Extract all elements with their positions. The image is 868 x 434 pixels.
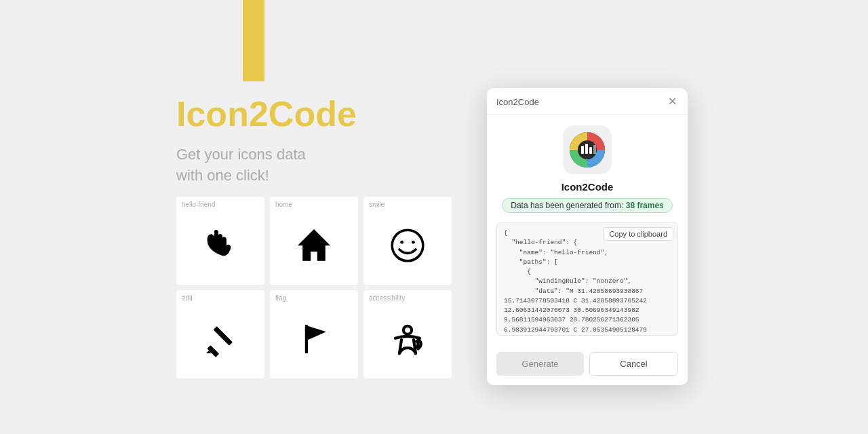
copy-clipboard-button[interactable]: Copy to clipboard (603, 227, 673, 241)
svg-rect-13 (581, 146, 584, 154)
modal-title: Icon2Code (496, 97, 539, 107)
modal-close-button[interactable]: ✕ (667, 96, 678, 107)
code-area: Copy to clipboard { "hello-friend": { "n… (496, 222, 678, 336)
modal-dialog: Icon2Code ✕ (487, 88, 688, 385)
modal-body: Icon2Code Data has been generated from: … (487, 115, 688, 352)
svg-rect-14 (585, 144, 588, 154)
modal-app-icon (563, 125, 612, 174)
modal-footer: Generate Cancel (487, 352, 688, 385)
modal-backdrop: Icon2Code ✕ (0, 0, 868, 434)
svg-rect-15 (589, 147, 592, 154)
cancel-button[interactable]: Cancel (589, 352, 678, 376)
generate-button[interactable]: Generate (496, 352, 584, 376)
status-badge: Data has been generated from: 38 frames (502, 198, 673, 213)
svg-rect-16 (593, 145, 596, 154)
icon2code-app-icon (563, 125, 612, 174)
modal-app-name: Icon2Code (561, 181, 614, 193)
modal-icon-area: Icon2Code Data has been generated from: … (496, 125, 678, 213)
modal-header: Icon2Code ✕ (487, 88, 688, 115)
